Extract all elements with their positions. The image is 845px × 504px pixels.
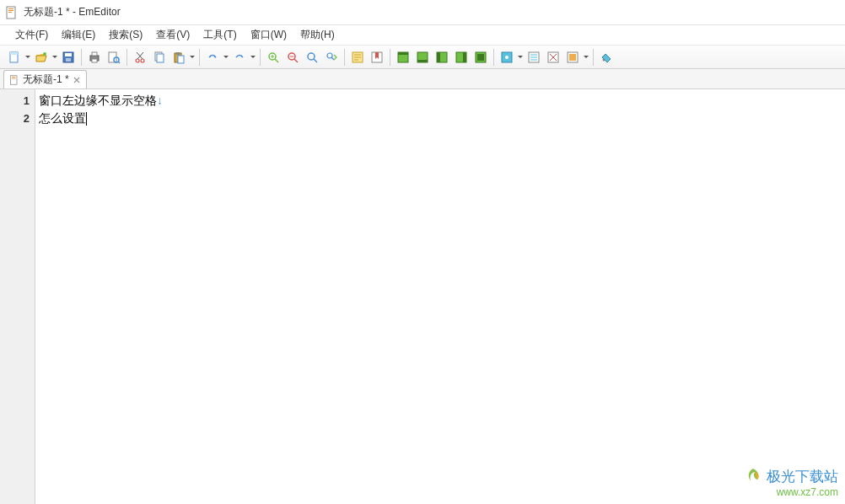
watermark-logo-icon <box>743 466 763 486</box>
menu-bar: 文件(F) 编辑(E) 搜索(S) 查看(V) 工具(T) 窗口(W) 帮助(H… <box>0 25 845 46</box>
svg-rect-3 <box>8 12 12 13</box>
line-number-gutter: 1 2 <box>0 89 35 504</box>
svg-line-18 <box>137 52 143 59</box>
new-file-button[interactable] <box>5 48 24 67</box>
svg-rect-11 <box>92 52 97 56</box>
line-text: 窗口左边缘不显示空格 <box>39 94 157 107</box>
menu-tools[interactable]: 工具(T) <box>196 25 243 45</box>
paste-dropdown[interactable] <box>189 48 196 67</box>
svg-rect-9 <box>66 58 71 62</box>
tab-label: 无标题-1 * <box>23 72 69 87</box>
svg-point-6 <box>43 52 46 56</box>
svg-line-19 <box>137 52 143 59</box>
zoom-in-button[interactable] <box>264 48 283 67</box>
panel4-button[interactable] <box>452 48 471 67</box>
svg-line-33 <box>314 59 317 62</box>
paste-button[interactable] <box>170 48 188 67</box>
cut-button[interactable] <box>131 48 149 67</box>
print-button[interactable] <box>85 48 104 67</box>
watermark-name: 极光下载站 <box>767 470 838 483</box>
undo-button[interactable] <box>203 48 222 67</box>
svg-rect-45 <box>463 52 466 62</box>
close-tab-icon[interactable] <box>73 76 81 84</box>
svg-point-49 <box>505 56 509 59</box>
config1-button[interactable] <box>498 48 516 67</box>
bookmark-button[interactable] <box>368 48 386 67</box>
zoom-out-button[interactable] <box>283 48 302 67</box>
svg-point-32 <box>308 53 315 60</box>
menu-file[interactable]: 文件(F) <box>8 25 55 45</box>
redo-button[interactable] <box>230 48 249 67</box>
menu-view[interactable]: 查看(V) <box>149 25 196 45</box>
svg-rect-24 <box>178 56 184 63</box>
svg-rect-2 <box>8 10 13 11</box>
save-button[interactable] <box>59 48 78 67</box>
watermark-url: www.xz7.com <box>743 486 838 499</box>
open-button[interactable] <box>32 48 51 67</box>
open-dropdown[interactable] <box>51 48 58 67</box>
redo-dropdown[interactable] <box>250 48 256 67</box>
panel1-button[interactable] <box>394 48 412 67</box>
config3-button[interactable] <box>544 48 562 67</box>
svg-rect-41 <box>417 60 428 62</box>
panel2-button[interactable] <box>413 48 432 67</box>
svg-rect-1 <box>8 8 13 9</box>
svg-rect-21 <box>157 54 164 62</box>
cursor-marker <box>86 112 87 126</box>
svg-point-17 <box>141 59 144 62</box>
svg-point-54 <box>603 58 605 61</box>
svg-line-30 <box>294 59 298 62</box>
svg-rect-8 <box>65 53 72 56</box>
panel5-button[interactable] <box>471 48 490 67</box>
svg-rect-47 <box>477 54 484 61</box>
editor-line: 窗口左边缘不显示空格↓ <box>39 92 842 110</box>
svg-rect-39 <box>398 52 408 55</box>
menu-window[interactable]: 窗口(W) <box>244 25 293 45</box>
menu-edit[interactable]: 编辑(E) <box>55 25 102 45</box>
svg-rect-57 <box>12 78 16 78</box>
panel3-button[interactable] <box>433 48 451 67</box>
editor-line: 怎么设置 <box>39 110 842 127</box>
svg-point-16 <box>136 59 139 62</box>
menu-help[interactable]: 帮助(H) <box>293 25 342 45</box>
title-bar: 无标题-1 * - EmEditor <box>0 0 845 25</box>
eol-marker: ↓ <box>157 94 163 107</box>
svg-rect-43 <box>437 52 440 62</box>
highlight-button[interactable] <box>348 48 367 67</box>
svg-line-15 <box>118 62 120 63</box>
settings-button[interactable] <box>597 48 616 67</box>
document-tab[interactable]: 无标题-1 * <box>3 70 87 88</box>
toolbar <box>0 46 845 69</box>
editor-content[interactable]: 窗口左边缘不显示空格↓ 怎么设置 <box>35 89 845 504</box>
tab-bar: 无标题-1 * <box>0 69 845 89</box>
config1-dropdown[interactable] <box>517 48 524 67</box>
svg-line-35 <box>331 57 334 60</box>
find-next-button[interactable] <box>322 48 341 67</box>
svg-rect-5 <box>10 52 18 55</box>
svg-rect-56 <box>12 77 16 78</box>
window-title: 无标题-1 * - EmEditor <box>24 5 121 19</box>
find-button[interactable] <box>303 48 321 67</box>
menu-search[interactable]: 搜索(S) <box>102 25 149 45</box>
document-icon <box>9 75 19 85</box>
config4-dropdown[interactable] <box>583 48 589 67</box>
app-icon <box>5 6 19 19</box>
svg-rect-23 <box>176 52 180 55</box>
line-text: 怎么设置 <box>39 111 86 125</box>
config2-button[interactable] <box>525 48 543 67</box>
svg-rect-53 <box>569 54 576 61</box>
undo-dropdown[interactable] <box>223 48 229 67</box>
svg-rect-12 <box>92 59 97 62</box>
config4-button[interactable] <box>563 48 582 67</box>
svg-line-26 <box>275 59 278 62</box>
line-number: 2 <box>0 110 35 127</box>
new-file-dropdown[interactable] <box>24 48 31 67</box>
editor-area: 1 2 窗口左边缘不显示空格↓ 怎么设置 <box>0 89 845 504</box>
watermark: 极光下载站 www.xz7.com <box>743 466 838 499</box>
line-number: 1 <box>0 92 35 110</box>
print-preview-button[interactable] <box>105 48 123 67</box>
copy-button[interactable] <box>150 48 169 67</box>
